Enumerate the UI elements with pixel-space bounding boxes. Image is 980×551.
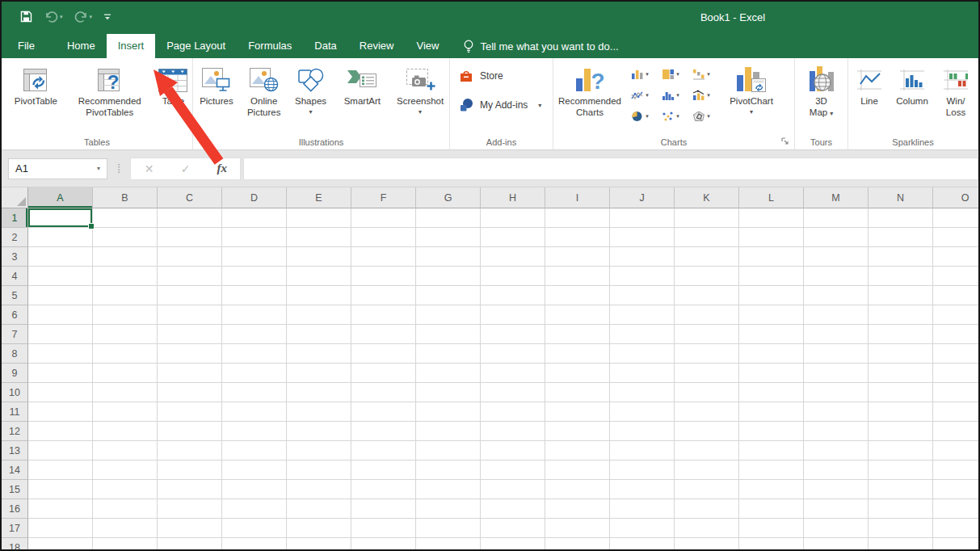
shapes-button[interactable]: Shapes ▾	[288, 58, 334, 149]
cell-B10[interactable]	[93, 383, 158, 402]
pivotchart-button[interactable]: PivotChart ▾	[717, 58, 786, 149]
cell-B18[interactable]	[93, 538, 158, 549]
cell-G10[interactable]	[416, 383, 481, 402]
insert-scatter-or-bubble-chart-button[interactable]: ▾	[655, 106, 686, 127]
column-header-d[interactable]: D	[222, 187, 287, 208]
cell-B6[interactable]	[93, 305, 158, 325]
cell-D10[interactable]	[222, 383, 287, 402]
cell-N14[interactable]	[869, 461, 933, 480]
formula-input[interactable]	[243, 158, 978, 180]
cell-G1[interactable]	[416, 208, 481, 228]
cell-E13[interactable]	[287, 441, 351, 461]
cell-M3[interactable]	[804, 247, 869, 267]
cell-G18[interactable]	[416, 538, 481, 549]
tab-review[interactable]: Review	[348, 34, 406, 58]
recommended-charts-button[interactable]: ? Recommended Charts	[557, 58, 623, 149]
cell-F18[interactable]	[351, 538, 416, 549]
row-header-7[interactable]: 7	[2, 325, 28, 344]
cell-N3[interactable]	[869, 247, 933, 267]
cell-C4[interactable]	[158, 267, 222, 286]
cell-L1[interactable]	[739, 208, 804, 228]
cell-K3[interactable]	[675, 247, 739, 267]
cell-N12[interactable]	[869, 422, 933, 441]
cell-E3[interactable]	[287, 247, 351, 267]
cell-M1[interactable]	[804, 208, 869, 228]
column-header-o[interactable]: O	[933, 187, 978, 208]
cell-O14[interactable]	[933, 461, 978, 480]
cell-H12[interactable]	[481, 422, 545, 441]
cell-C8[interactable]	[158, 344, 222, 364]
cell-J6[interactable]	[610, 305, 675, 325]
insert-combo-chart-button[interactable]: ▾	[686, 85, 717, 106]
cell-G14[interactable]	[416, 461, 481, 480]
cell-N5[interactable]	[869, 286, 933, 305]
cell-F6[interactable]	[351, 305, 416, 325]
tab-page-layout[interactable]: Page Layout	[155, 34, 237, 58]
tab-formulas[interactable]: Formulas	[237, 34, 303, 58]
cell-K9[interactable]	[675, 364, 739, 383]
cell-K10[interactable]	[675, 383, 739, 402]
row-header-15[interactable]: 15	[2, 480, 28, 499]
cell-E12[interactable]	[287, 422, 351, 441]
insert-line-or-area-chart-button[interactable]: ▾	[625, 85, 655, 106]
cell-A9[interactable]	[28, 364, 93, 383]
cell-I4[interactable]	[545, 267, 610, 286]
cell-J14[interactable]	[610, 461, 675, 480]
cell-K17[interactable]	[675, 519, 739, 538]
cell-F10[interactable]	[351, 383, 416, 402]
cell-M4[interactable]	[804, 267, 869, 286]
cell-M14[interactable]	[804, 461, 869, 480]
cell-G5[interactable]	[416, 286, 481, 305]
recommended-pivottables-button[interactable]: ? Recommended PivotTables	[65, 58, 154, 149]
row-header-1[interactable]: 1	[2, 208, 28, 228]
cell-H7[interactable]	[481, 325, 545, 344]
cell-C17[interactable]	[158, 519, 222, 538]
cell-O5[interactable]	[933, 286, 978, 305]
cell-C2[interactable]	[158, 228, 222, 247]
cell-A4[interactable]	[28, 267, 93, 286]
cell-G9[interactable]	[416, 364, 481, 383]
row-header-17[interactable]: 17	[2, 519, 28, 538]
cell-L11[interactable]	[739, 402, 804, 422]
cell-I15[interactable]	[545, 480, 610, 499]
cell-B4[interactable]	[93, 267, 158, 286]
column-sparkline-button[interactable]: Column	[888, 58, 936, 149]
cell-O16[interactable]	[933, 499, 978, 519]
row-header-10[interactable]: 10	[2, 383, 28, 402]
row-header-6[interactable]: 6	[2, 305, 28, 325]
column-header-f[interactable]: F	[351, 187, 416, 208]
column-header-l[interactable]: L	[739, 187, 804, 208]
save-button[interactable]	[18, 8, 35, 25]
cell-O10[interactable]	[933, 383, 978, 402]
cell-O4[interactable]	[933, 267, 978, 286]
cell-O6[interactable]	[933, 305, 978, 325]
cell-J16[interactable]	[610, 499, 675, 519]
cell-M8[interactable]	[804, 344, 869, 364]
cell-N1[interactable]	[869, 208, 933, 228]
cell-K8[interactable]	[675, 344, 739, 364]
cell-D7[interactable]	[222, 325, 287, 344]
cell-C11[interactable]	[158, 402, 222, 422]
cell-D6[interactable]	[222, 305, 287, 325]
insert-function-button[interactable]: fx	[204, 162, 240, 175]
tab-home[interactable]: Home	[56, 34, 107, 58]
row-header-9[interactable]: 9	[2, 364, 28, 383]
column-header-a[interactable]: A	[28, 187, 93, 208]
cell-H1[interactable]	[481, 208, 545, 228]
cell-N2[interactable]	[869, 228, 933, 247]
cell-I18[interactable]	[545, 538, 610, 549]
cell-H17[interactable]	[481, 519, 545, 538]
tell-me-box[interactable]: Tell me what you want to do...	[463, 34, 618, 58]
cell-K2[interactable]	[675, 228, 739, 247]
cell-A11[interactable]	[28, 402, 93, 422]
cell-L10[interactable]	[739, 383, 804, 402]
row-header-14[interactable]: 14	[2, 461, 28, 480]
cell-H9[interactable]	[481, 364, 545, 383]
insert-surface-or-radar-chart-button[interactable]: ▾	[686, 106, 717, 127]
row-header-18[interactable]: 18	[2, 538, 28, 549]
cell-M13[interactable]	[804, 441, 869, 461]
cell-L13[interactable]	[739, 441, 804, 461]
cell-C9[interactable]	[158, 364, 222, 383]
cell-H5[interactable]	[481, 286, 545, 305]
cell-H16[interactable]	[481, 499, 545, 519]
